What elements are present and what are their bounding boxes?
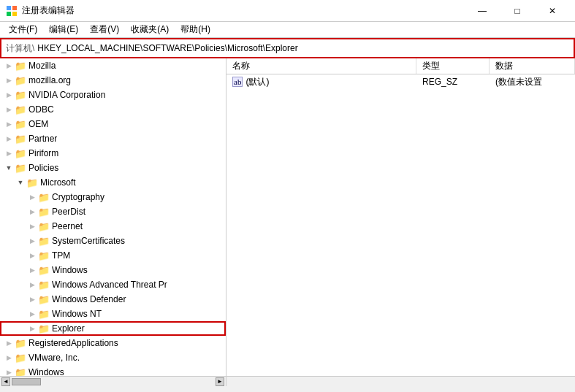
tree-item-label: Windows NT [52, 309, 102, 319]
svg-rect-3 [12, 12, 17, 16]
expand-icon[interactable]: ▶ [3, 354, 15, 361]
tree-item-label: Mozilla [28, 61, 56, 71]
tree-scroll[interactable]: ▶📁Mozilla▶📁mozilla.org▶📁NVIDIA Corporati… [0, 58, 226, 376]
tree-item-regapps[interactable]: ▶📁RegisteredApplications [0, 336, 226, 350]
folder-icon: 📁 [38, 221, 50, 232]
menu-item[interactable]: 编辑(E) [43, 22, 84, 37]
tree-item-windefender[interactable]: ▶📁Windows Defender [0, 292, 226, 307]
tree-item-piriform[interactable]: ▶📁Piriform [0, 146, 226, 161]
folder-icon: 📁 [15, 119, 26, 130]
tree-item-cryptography[interactable]: ▶📁Cryptography [0, 190, 226, 204]
expand-icon[interactable]: ▶ [26, 296, 38, 303]
tree-item-mozilla[interactable]: ▶📁Mozilla [0, 58, 226, 73]
tree-item-explorer[interactable]: ▶📁Explorer [0, 321, 226, 336]
expand-icon[interactable]: ▶ [26, 223, 38, 230]
tree-item-partner[interactable]: ▶📁Partner [0, 131, 226, 146]
tree-item-label: Explorer [52, 323, 85, 334]
title-bar: 注册表编辑器 — □ ✕ [0, 0, 575, 22]
menu-item[interactable]: 收藏夹(A) [125, 22, 175, 37]
expand-icon[interactable]: ▶ [3, 91, 15, 99]
left-hscroll[interactable]: ◄ ► [0, 377, 226, 386]
tree-item-label: RegisteredApplications [28, 338, 118, 348]
folder-icon: 📁 [15, 134, 26, 145]
tree-item-label: ODBC [28, 104, 54, 115]
tree-item-microsoft[interactable]: ▼📁Microsoft [0, 175, 226, 190]
folder-icon: 📁 [15, 61, 26, 72]
tree-item-peernet[interactable]: ▶📁Peernet [0, 219, 226, 234]
expand-icon[interactable]: ▶ [3, 62, 15, 69]
folder-icon: 📁 [15, 163, 26, 174]
tree-item-windows[interactable]: ▶📁Windows [0, 263, 226, 277]
tree-item-policies[interactable]: ▼📁Policies [0, 161, 226, 175]
tree-item-nvidia[interactable]: ▶📁NVIDIA Corporation [0, 88, 226, 102]
folder-icon: 📁 [15, 338, 26, 349]
menu-item[interactable]: 帮助(H) [175, 22, 216, 37]
expand-icon[interactable]: ▶ [26, 237, 38, 245]
scroll-thumb-left[interactable] [12, 378, 41, 385]
tree-item-label: Windows Advanced Threat Pr [52, 280, 167, 290]
menu-item[interactable]: 查看(V) [84, 22, 125, 37]
tree-item-windowsroot[interactable]: ▶📁Windows [0, 365, 226, 376]
expand-icon[interactable]: ▶ [26, 281, 38, 288]
expand-icon[interactable]: ▶ [26, 325, 38, 332]
folder-icon: 📁 [38, 309, 50, 320]
folder-icon: 📁 [15, 367, 26, 377]
address-bar: 计算机\ HKEY_LOCAL_MACHINE\SOFTWARE\Policie… [0, 38, 575, 58]
tree-item-tpm[interactable]: ▶📁TPM [0, 248, 226, 263]
expand-icon[interactable]: ▶ [26, 266, 38, 274]
svg-rect-1 [12, 6, 17, 10]
expand-icon[interactable]: ▶ [26, 208, 38, 215]
minimize-button[interactable]: — [465, 0, 499, 22]
tree-item-odbc[interactable]: ▶📁ODBC [0, 102, 226, 117]
scroll-right-btn[interactable]: ► [216, 377, 224, 386]
expand-icon[interactable]: ▶ [3, 106, 15, 113]
tree-item-oem[interactable]: ▶📁OEM [0, 117, 226, 131]
folder-icon: 📁 [38, 280, 50, 291]
folder-icon: 📁 [38, 323, 50, 334]
expand-icon[interactable]: ▶ [3, 120, 15, 128]
svg-rect-2 [7, 12, 11, 16]
expand-icon[interactable]: ▶ [3, 339, 15, 347]
expand-icon[interactable]: ▶ [3, 77, 15, 84]
expand-icon[interactable]: ▶ [3, 135, 15, 142]
tree-item-label: Windows [52, 265, 88, 275]
expand-icon[interactable]: ▶ [26, 193, 38, 201]
maximize-button[interactable]: □ [500, 0, 534, 22]
tree-item-windowsnt[interactable]: ▶📁Windows NT [0, 307, 226, 321]
expand-icon[interactable]: ▶ [26, 310, 38, 318]
expand-icon[interactable]: ▼ [3, 164, 15, 172]
expand-icon[interactable]: ▶ [3, 150, 15, 157]
tree-item-label: Partner [28, 134, 57, 144]
reg-name: ab (默认) [232, 76, 422, 88]
tree-item-label: Cryptography [52, 192, 104, 202]
scroll-track-left [12, 378, 214, 385]
menu-bar: 文件(F)编辑(E)查看(V)收藏夹(A)帮助(H) [0, 22, 575, 38]
scroll-left-btn[interactable]: ◄ [1, 377, 10, 386]
tree-item-systemcerts[interactable]: ▶📁SystemCertificates [0, 234, 226, 248]
col-data: 数据 [490, 58, 575, 74]
expand-icon[interactable]: ▼ [15, 179, 26, 186]
folder-icon: 📁 [15, 353, 26, 364]
expand-icon[interactable]: ▶ [26, 252, 38, 259]
tree-item-vmware[interactable]: ▶📁VMware, Inc. [0, 350, 226, 365]
address-prefix: 计算机\ [6, 42, 34, 55]
expand-icon[interactable]: ▶ [3, 369, 15, 376]
tree-item-winatp[interactable]: ▶📁Windows Advanced Threat Pr [0, 277, 226, 292]
folder-icon: 📁 [15, 148, 26, 159]
tree-item-label: Piriform [28, 148, 58, 158]
registry-row[interactable]: ab (默认) REG_SZ (数值未设置 [226, 74, 575, 89]
reg-data: (数值未设置 [495, 76, 569, 88]
right-header: 名称 类型 数据 [226, 58, 575, 74]
folder-icon: 📁 [38, 294, 50, 305]
folder-icon: 📁 [15, 75, 26, 86]
h-scrollbar: ◄ ► [0, 376, 575, 386]
tree-item-label: Peernet [52, 221, 83, 231]
tree-item-peerdist[interactable]: ▶📁PeerDist [0, 204, 226, 219]
close-button[interactable]: ✕ [536, 0, 569, 22]
tree-item-mozillaorg[interactable]: ▶📁mozilla.org [0, 73, 226, 88]
svg-rect-0 [7, 6, 11, 10]
right-hscroll [226, 377, 575, 386]
tree-item-label: Windows Defender [52, 294, 126, 304]
menu-item[interactable]: 文件(F) [3, 22, 43, 37]
tree-item-label: NVIDIA Corporation [28, 90, 105, 100]
